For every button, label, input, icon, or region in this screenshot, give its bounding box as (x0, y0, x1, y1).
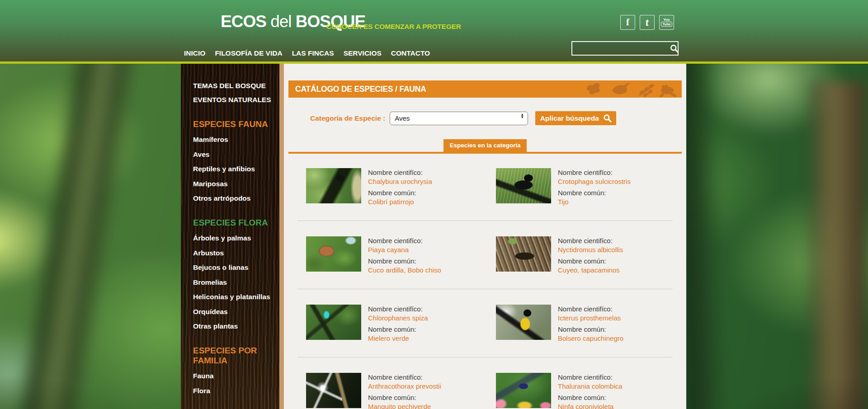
common-name-link[interactable]: Manguito pechiverde (368, 402, 441, 409)
common-name-link[interactable]: Tijo (558, 197, 631, 207)
search-icon (603, 114, 612, 122)
header-search-box (571, 41, 679, 56)
common-name-label: Nombre común: (368, 188, 432, 197)
common-name-link[interactable]: Cuco ardilla, Bobo chiso (368, 266, 441, 275)
species-photo[interactable] (306, 305, 361, 340)
orange-divider-line (288, 152, 682, 154)
species-text: Nombre cientifíco:Crotophaga sulcicrostr… (558, 168, 631, 209)
sidebar-item-flora[interactable]: Flora (193, 387, 279, 395)
species-photo[interactable] (306, 373, 361, 408)
twitter-icon[interactable]: t (640, 15, 655, 30)
sidebar-item-otros-artr-podos[interactable]: Otros artrópodos (193, 194, 279, 202)
scientific-name-link[interactable]: Nyctidromus albicollis (558, 245, 623, 254)
species-text: Nombre cientifíco:Icterus prosthemelasNo… (558, 305, 623, 345)
sidebar-item-mariposas[interactable]: Mariposas (193, 180, 279, 188)
species-text: Nombre cientifíco:Chalybura urochrysiaNo… (368, 168, 432, 209)
main-nav: INICIOFILOSOFÍA DE VIDALAS FINCASSERVICI… (184, 49, 430, 57)
common-name-label: Nombre común: (368, 325, 428, 334)
search-icon (670, 44, 679, 53)
sidebar-item-reptiles-y-anfibios[interactable]: Reptiles y anfibios (193, 165, 279, 173)
scientific-name-link[interactable]: Icterus prosthemelas (558, 314, 623, 323)
sidebar-item--rboles-y-palmas[interactable]: Árboles y palmas (193, 234, 279, 242)
category-select[interactable]: Aves (390, 112, 528, 125)
scientific-name-link[interactable]: Crotophaga sulcicrostris (558, 177, 631, 186)
species-photo[interactable] (496, 236, 551, 272)
sidebar-item-arbustos[interactable]: Arbustos (193, 249, 279, 257)
scientific-name-label: Nombre cientifíco: (368, 236, 441, 245)
tab-row: Especies en la categoría (288, 139, 682, 152)
scientific-name-link[interactable]: Chlorophanes spiza (368, 314, 428, 323)
sidebar-item-aves[interactable]: Aves (193, 150, 279, 159)
sidebar-item-eventos-naturales[interactable]: EVENTOS NATURALES (193, 96, 279, 104)
fauna-silhouettes-decoration (584, 80, 679, 98)
facebook-glyph: f (626, 17, 629, 28)
sidebar-item-bromelias[interactable]: Bromelias (193, 278, 279, 287)
scientific-name-label: Nombre cientifíco: (368, 168, 432, 177)
species-text: Nombre cientifíco:Thalurania colombicaNo… (558, 373, 623, 409)
nav-item-las-fincas[interactable]: LAS FINCAS (292, 49, 334, 57)
species-card: Nombre cientifíco:Icterus prosthemelasNo… (496, 305, 623, 345)
youtube-icon[interactable]: You Tube (659, 15, 674, 30)
row-divider (297, 357, 673, 357)
sidebar-item-temas-del-bosque[interactable]: TEMAS DEL BOSQUE (193, 82, 279, 90)
nav-item-contacto[interactable]: CONTACTO (391, 49, 430, 57)
sidebar-item-fauna[interactable]: Fauna (193, 372, 279, 380)
common-name-label: Nombre común: (368, 257, 441, 266)
search-input[interactable] (572, 42, 670, 55)
twitter-glyph: t (645, 17, 650, 28)
sidebar-heading-especies-por-familia: ESPECIES POR FAMILIA (193, 346, 279, 366)
page: { "header": { "logo": { "part1": "ECOS",… (0, 0, 868, 409)
species-photo[interactable] (496, 373, 551, 408)
row-divider (297, 221, 673, 221)
catalog-controls: Categoría de Especie : Aves ▲▼ Aplicar b… (288, 111, 682, 125)
common-name-link[interactable]: Bolsero capuchinegro (558, 334, 623, 343)
common-name-label: Nombre común: (558, 257, 623, 266)
species-photo[interactable] (306, 168, 361, 203)
species-photo[interactable] (306, 236, 361, 272)
site-tagline: CONOCER ES COMENZAR A PROTEGER (326, 23, 461, 31)
common-name-link[interactable]: Ninfa coronivioleta (558, 402, 623, 409)
species-photo[interactable] (496, 168, 551, 203)
page-title-bar: CATÁLOGO DE ESPECIES / FAUNA (288, 80, 682, 98)
scientific-name-label: Nombre cientifíco: (558, 236, 623, 245)
nav-item-filosof-a-de-vida[interactable]: FILOSOFÍA DE VIDA (215, 49, 282, 57)
sidebar-item-heliconias-y-platanillas[interactable]: Heliconias y platanillas (193, 293, 279, 301)
species-card: Nombre cientifíco:Anthracothorax prevost… (306, 373, 496, 409)
scientific-name-link[interactable]: Anthracothorax prevostii (368, 382, 441, 391)
sidebar-heading-especies-fauna: ESPECIES FAUNA (193, 119, 279, 129)
scientific-name-link[interactable]: Thalurania colombica (558, 382, 623, 391)
species-card: Nombre cientifíco:Piaya cayanaNombre com… (306, 236, 496, 277)
species-card: Nombre cientifíco:Chlorophanes spizaNomb… (306, 305, 496, 345)
social-links: f t You Tube (620, 15, 674, 30)
species-text: Nombre cientifíco:Anthracothorax prevost… (368, 373, 441, 409)
species-card: Nombre cientifíco:Crotophaga sulcicrostr… (496, 168, 631, 209)
nav-item-servicios[interactable]: SERVICIOS (344, 49, 382, 57)
species-card: Nombre cientifíco:Nyctidromus albicollis… (496, 236, 623, 277)
site-header: ECOS del BOSQUE CONOCER ES COMENZAR A PR… (0, 0, 868, 64)
row-divider (297, 289, 673, 289)
logo-part-ecos: ECOS (221, 12, 266, 31)
sidebar-item-mam-feros[interactable]: Mamíferos (193, 136, 279, 144)
logo-part-del: del (270, 12, 291, 31)
species-row: Nombre cientifíco:Anthracothorax prevost… (288, 373, 682, 409)
species-text: Nombre cientifíco:Chlorophanes spizaNomb… (368, 305, 428, 345)
common-name-label: Nombre común: (558, 393, 623, 402)
common-name-label: Nombre común: (368, 393, 441, 402)
species-photo[interactable] (496, 305, 551, 340)
sidebar-item-bejucos-o-lianas[interactable]: Bejucos o lianas (193, 263, 279, 272)
category-select-wrap: Aves ▲▼ (390, 112, 528, 125)
facebook-icon[interactable]: f (620, 15, 635, 30)
common-name-link[interactable]: Cuyeo, tapacaminos (558, 266, 623, 275)
common-name-link[interactable]: Mielero verde (368, 334, 428, 343)
scientific-name-link[interactable]: Piaya cayana (368, 245, 441, 254)
sidebar-item-orqu-deas[interactable]: Orquídeas (193, 308, 279, 316)
sidebar-item-otras-plantas[interactable]: Otras plantas (193, 322, 279, 330)
youtube-glyph-bottom: Tube (661, 22, 672, 27)
scientific-name-link[interactable]: Chalybura urochrysia (368, 177, 432, 186)
sidebar-heading-especies-flora: ESPECIES FLORA (193, 218, 279, 228)
nav-item-inicio[interactable]: INICIO (184, 49, 205, 57)
common-name-link[interactable]: Colibrí patirrojo (368, 197, 432, 207)
sidebar-group: ESPECIES FLORAÁrboles y palmasArbustosBe… (193, 218, 279, 330)
apply-search-button[interactable]: Aplicar búsqueda (535, 111, 616, 125)
search-submit-button[interactable] (670, 42, 679, 55)
